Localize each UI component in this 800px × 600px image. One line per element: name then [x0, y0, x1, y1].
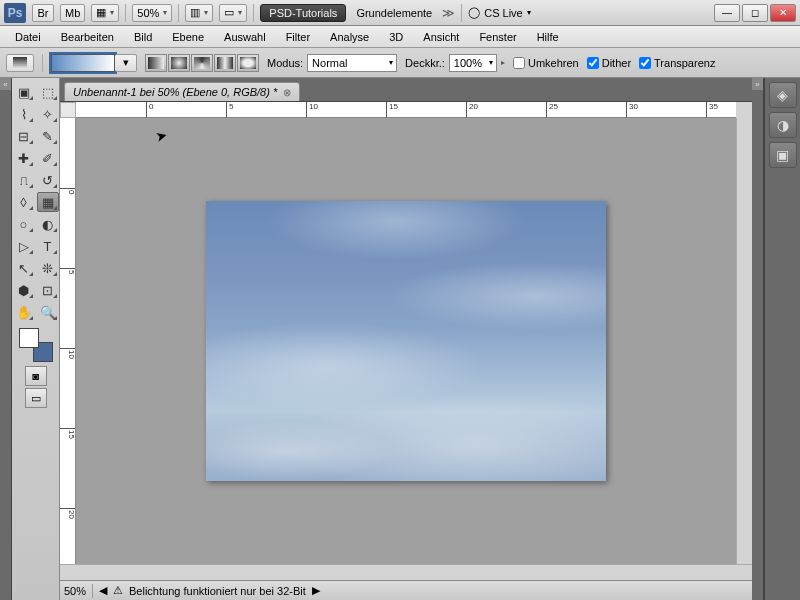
tool-3d[interactable]: ⬢	[13, 280, 35, 300]
menu-fenster[interactable]: Fenster	[470, 28, 525, 46]
menu-bild[interactable]: Bild	[125, 28, 161, 46]
tool-eyedropper[interactable]: ✎	[37, 126, 59, 146]
tool-move[interactable]: ▣	[13, 82, 35, 102]
menu-ansicht[interactable]: Ansicht	[414, 28, 468, 46]
cslive-icon: ◯	[468, 6, 480, 19]
document-tab-close-icon[interactable]: ⊗	[283, 87, 291, 98]
tool-dodge[interactable]: ◐	[37, 214, 59, 234]
minibridge-button[interactable]: Mb	[60, 4, 85, 22]
tool-marquee[interactable]: ⬚	[37, 82, 59, 102]
tool-blur[interactable]: ○	[13, 214, 35, 234]
menu-filter[interactable]: Filter	[277, 28, 319, 46]
menu-datei[interactable]: Datei	[6, 28, 50, 46]
tool-lasso[interactable]: ⌇	[13, 104, 35, 124]
tool-hand[interactable]: ✋	[13, 302, 35, 322]
workspace-grundelemente[interactable]: Grundelemente	[352, 7, 436, 19]
document-area: Unbenannt-1 bei 50% (Ebene 0, RGB/8) * ⊗…	[60, 78, 752, 600]
close-button[interactable]: ✕	[770, 4, 796, 22]
tool-panel: ▣⬚⌇✧⊟✎✚✐⎍↺◊▦○◐▷T↖❊⬢⊡✋🔍 ◙ ▭	[12, 78, 60, 600]
tool-gradient[interactable]: ▦	[37, 192, 59, 212]
gradient-diamond[interactable]	[237, 54, 259, 72]
right-panel-dock: ◈ ◑ ▣	[764, 78, 800, 600]
status-nav-icon[interactable]: ◀	[99, 584, 107, 597]
menu-hilfe[interactable]: Hilfe	[528, 28, 568, 46]
opacity-label: Deckkr.:	[405, 57, 445, 69]
title-bar: Ps Br Mb ▦ 50% ▥ ▭ PSD-Tutorials Grundel…	[0, 0, 800, 26]
menu-bearbeiten[interactable]: Bearbeiten	[52, 28, 123, 46]
scrollbar-vertical[interactable]	[736, 118, 752, 564]
view-extras-dropdown[interactable]: ▦	[91, 4, 119, 22]
left-collapse-strip[interactable]: «	[0, 78, 12, 600]
document-tab-label: Unbenannt-1 bei 50% (Ebene 0, RGB/8) *	[73, 86, 277, 98]
tool-eraser[interactable]: ◊	[13, 192, 35, 212]
arrange-dropdown[interactable]: ▥	[185, 4, 213, 22]
tool-pen[interactable]: ▷	[13, 236, 35, 256]
gradient-linear[interactable]	[145, 54, 167, 72]
screenmode-button[interactable]: ▭	[25, 388, 47, 408]
adjustments-panel-icon[interactable]: ◑	[769, 112, 797, 138]
gradient-angle[interactable]	[191, 54, 213, 72]
workspace-psdtutorials[interactable]: PSD-Tutorials	[260, 4, 346, 22]
menu-auswahl[interactable]: Auswahl	[215, 28, 275, 46]
mode-combo[interactable]: Normal	[307, 54, 397, 72]
zoom-dropdown[interactable]: 50%	[132, 4, 172, 22]
tool-brush[interactable]: ✐	[37, 148, 59, 168]
ruler-vertical[interactable]: 505101520	[60, 118, 76, 564]
gradient-type-group	[145, 54, 259, 72]
minimize-button[interactable]: —	[714, 4, 740, 22]
tool-zoom[interactable]: 🔍	[37, 302, 59, 322]
tool-path[interactable]: ↖	[13, 258, 35, 278]
dither-checkbox[interactable]: Dither	[587, 57, 631, 69]
menu-bar: Datei Bearbeiten Bild Ebene Auswahl Filt…	[0, 26, 800, 48]
maximize-button[interactable]: ◻	[742, 4, 768, 22]
scrollbar-horizontal[interactable]	[60, 564, 752, 580]
quickmask-button[interactable]: ◙	[25, 366, 47, 386]
options-bar: ▾ ➤ Modus: Normal Deckkr.: 100% ▸ Umkehr…	[0, 48, 800, 78]
workspace-more-icon[interactable]: ≫	[442, 6, 455, 20]
color-swatches[interactable]	[19, 328, 53, 362]
canvas-viewport[interactable]	[76, 118, 736, 564]
right-collapse-strip[interactable]: »	[752, 78, 764, 600]
opacity-flyout-icon[interactable]: ▸	[501, 58, 505, 67]
app-logo: Ps	[4, 3, 26, 23]
foreground-swatch[interactable]	[19, 328, 39, 348]
gradient-picker[interactable]	[51, 54, 115, 72]
reverse-checkbox[interactable]: Umkehren	[513, 57, 579, 69]
tool-heal[interactable]: ✚	[13, 148, 35, 168]
workspace: « ▣⬚⌇✧⊟✎✚✐⎍↺◊▦○◐▷T↖❊⬢⊡✋🔍 ◙ ▭ Unbenannt-1…	[0, 78, 800, 600]
menu-ebene[interactable]: Ebene	[163, 28, 213, 46]
status-zoom[interactable]: 50%	[64, 585, 86, 597]
ruler-horizontal[interactable]: 505101520253035	[76, 102, 736, 118]
menu-3d[interactable]: 3D	[380, 28, 412, 46]
menu-analyse[interactable]: Analyse	[321, 28, 378, 46]
ruler-origin[interactable]	[60, 102, 76, 118]
status-message: Belichtung funktioniert nur bei 32-Bit	[129, 585, 306, 597]
status-warning-icon: ⚠	[113, 584, 123, 597]
opacity-combo[interactable]: 100%	[449, 54, 497, 72]
tool-crop[interactable]: ⊟	[13, 126, 35, 146]
gradient-radial[interactable]	[168, 54, 190, 72]
tool-wand[interactable]: ✧	[37, 104, 59, 124]
status-flyout-icon[interactable]: ▶	[312, 584, 320, 597]
tool-stamp[interactable]: ⎍	[13, 170, 35, 190]
document-tab-bar: Unbenannt-1 bei 50% (Ebene 0, RGB/8) * ⊗	[60, 78, 752, 102]
transparency-checkbox[interactable]: Transparenz	[639, 57, 715, 69]
screenmode-dropdown[interactable]: ▭	[219, 4, 247, 22]
canvas-image[interactable]	[206, 201, 606, 481]
layers-panel-icon[interactable]: ◈	[769, 82, 797, 108]
tool-3dcam[interactable]: ⊡	[37, 280, 59, 300]
status-bar: 50% ◀ ⚠ Belichtung funktioniert nur bei …	[60, 580, 752, 600]
tool-history[interactable]: ↺	[37, 170, 59, 190]
cslive-button[interactable]: ◯ CS Live ▾	[468, 6, 531, 19]
tool-type[interactable]: T	[37, 236, 59, 256]
document-tab[interactable]: Unbenannt-1 bei 50% (Ebene 0, RGB/8) * ⊗	[64, 82, 300, 101]
masks-panel-icon[interactable]: ▣	[769, 142, 797, 168]
gradient-reflected[interactable]	[214, 54, 236, 72]
tool-shape[interactable]: ❊	[37, 258, 59, 278]
bridge-button[interactable]: Br	[32, 4, 54, 22]
mode-label: Modus:	[267, 57, 303, 69]
tool-preset-picker[interactable]	[6, 54, 34, 72]
gradient-picker-dropdown[interactable]: ▾	[115, 54, 137, 72]
